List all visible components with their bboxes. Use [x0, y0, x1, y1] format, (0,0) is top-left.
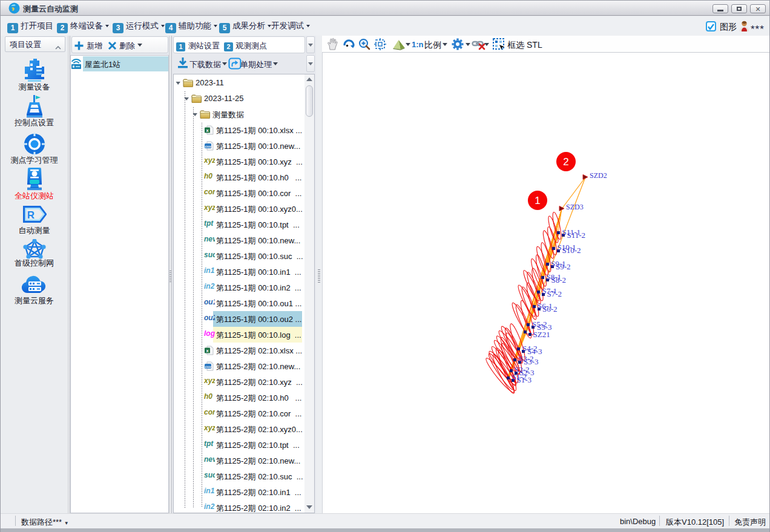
svg-text:R: R [27, 209, 34, 221]
svg-text:S7-2: S7-2 [547, 289, 562, 298]
svg-text:csv: csv [205, 365, 211, 369]
svg-text:csv: csv [205, 145, 211, 148]
svg-text:2: 2 [563, 156, 568, 168]
svg-text:S8-2: S8-2 [551, 275, 567, 284]
svg-text:S6-2: S6-2 [542, 304, 558, 314]
svg-text:S1-3: S1-3 [517, 375, 532, 384]
svg-text:1: 1 [535, 195, 540, 206]
svg-text:SZD3: SZD3 [566, 203, 584, 211]
svg-text:SZD2: SZD2 [590, 171, 607, 180]
svg-text:S11-2: S11-2 [567, 231, 586, 240]
svg-text:S9-2: S9-2 [556, 262, 571, 271]
svg-text:S10-2: S10-2 [562, 246, 581, 255]
svg-text:SZ21: SZ21 [533, 330, 550, 339]
